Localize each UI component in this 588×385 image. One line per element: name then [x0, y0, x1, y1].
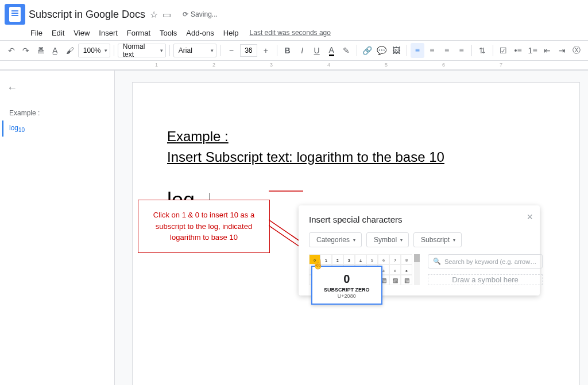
line-spacing-icon[interactable]: ⇅ — [475, 43, 489, 58]
char-cell-5[interactable]: ₅ — [366, 254, 378, 265]
char-cell[interactable]: ▨ — [401, 275, 412, 285]
char-grid-scrollbar[interactable] — [414, 254, 420, 285]
char-tooltip: 0 SUBSCRIPT ZERO U+2080 — [311, 266, 382, 305]
fontsize-inc-icon[interactable]: + — [258, 43, 273, 58]
menu-view[interactable]: View — [69, 26, 94, 40]
char-search-input[interactable]: 🔍 Search by keyword (e.g. arrow) or code… — [428, 254, 543, 269]
menu-tools[interactable]: Tools — [156, 26, 181, 40]
fontsize-dec-icon[interactable]: − — [224, 43, 239, 58]
saving-status: Saving... — [191, 10, 218, 18]
outline-item-log10[interactable]: log10 — [2, 120, 107, 137]
tooltip-char: 0 — [324, 273, 370, 286]
bullet-list-icon[interactable]: •≡ — [511, 43, 525, 58]
draw-hint: Draw a symbol here — [452, 275, 519, 284]
underline-icon[interactable]: U — [310, 43, 324, 58]
ruler-tick: 6 — [442, 62, 445, 68]
menu-format[interactable]: Format — [123, 26, 154, 40]
char-cell-3[interactable]: ₃ — [343, 254, 355, 265]
annotation-text: Click on 1 & 0 to insert 10 as a subscri… — [153, 211, 254, 242]
indent-inc-icon[interactable]: ⇥ — [555, 43, 569, 58]
zoom-select[interactable]: 100% — [78, 44, 110, 57]
text-color-icon[interactable]: A — [324, 43, 338, 58]
doc-title[interactable]: Subscript in Google Docs — [29, 9, 145, 21]
comment-icon[interactable]: 💬 — [375, 43, 389, 58]
print-icon[interactable]: 🖶 — [34, 43, 48, 58]
char-cell-4[interactable]: ₄ — [355, 254, 366, 265]
char-cell-1[interactable]: ₁ — [320, 254, 332, 265]
ruler-tick: 2 — [212, 62, 215, 68]
number-list-icon[interactable]: 1≡ — [526, 43, 540, 58]
char-cell-7[interactable]: ₇ — [389, 254, 401, 265]
menu-edit[interactable]: Edit — [48, 26, 68, 40]
docs-logo[interactable] — [5, 4, 25, 25]
dialog-subscript-select[interactable]: Subscript — [413, 232, 462, 247]
sep — [220, 45, 220, 56]
bold-icon[interactable]: B — [281, 43, 295, 58]
ruler-tick: 4 — [327, 62, 330, 68]
doc-heading-2[interactable]: Insert Subscript text: logarithm to the … — [167, 149, 545, 165]
tooltip-code: U+2080 — [324, 293, 370, 299]
link-icon[interactable]: 🔗 — [360, 43, 374, 58]
clear-format-icon[interactable]: Ⓧ — [570, 43, 584, 58]
italic-icon[interactable]: I — [295, 43, 309, 58]
outline-item-log-sub: 10 — [18, 127, 25, 133]
search-icon: 🔍 — [433, 258, 441, 265]
spellcheck-icon[interactable]: A̲ — [49, 43, 63, 58]
align-left-icon[interactable]: ≡ — [411, 43, 424, 58]
sep — [169, 45, 170, 56]
char-cell-o[interactable]: ₒ — [401, 265, 412, 275]
image-icon[interactable]: 🖼 — [390, 43, 404, 58]
font-size-input[interactable] — [240, 44, 257, 57]
char-cell-8[interactable]: ₈ — [401, 254, 412, 265]
align-center-icon[interactable]: ≡ — [425, 43, 439, 58]
char-grid: ₀ ₁ ₂ ₃ ₄ ₅ ₆ ₇ ₈ ₉ ₊ ₋ ₌ — [309, 254, 412, 285]
align-right-icon[interactable]: ≡ — [440, 43, 454, 58]
dialog-symbol-select[interactable]: Symbol — [366, 232, 409, 247]
char-cell-6[interactable]: ₆ — [378, 254, 389, 265]
doc-heading-1[interactable]: Example : — [167, 129, 545, 145]
sep — [493, 45, 493, 56]
sep — [357, 45, 357, 56]
redo-icon[interactable]: ↷ — [20, 43, 33, 58]
char-cell-2[interactable]: ₂ — [332, 254, 343, 265]
workspace: ← Example : log10 Example : Insert Subsc… — [0, 70, 588, 385]
horizontal-ruler[interactable]: 1 2 3 4 5 6 7 — [0, 61, 588, 70]
align-justify-icon[interactable]: ≡ — [455, 43, 469, 58]
indent-dec-icon[interactable]: ⇤ — [540, 43, 554, 58]
menu-addons[interactable]: Add-ons — [182, 26, 218, 40]
highlight-icon[interactable]: ✎ — [339, 43, 353, 58]
checklist-icon[interactable]: ☑ — [497, 43, 510, 58]
toolbar: ↶ ↷ 🖶 A̲ 🖌 100% Normal text Arial − + B … — [0, 40, 588, 61]
menu-file[interactable]: File — [26, 26, 47, 40]
font-select[interactable]: Arial — [173, 44, 216, 57]
menu-insert[interactable]: Insert — [95, 26, 122, 40]
star-icon[interactable]: ☆ — [150, 9, 158, 20]
outline-item-example[interactable]: Example : — [7, 106, 107, 120]
move-icon[interactable]: ▭ — [163, 9, 171, 20]
special-chars-dialog: × Insert special characters Categories S… — [299, 205, 540, 295]
paint-format-icon[interactable]: 🖌 — [63, 43, 77, 58]
last-edit-link[interactable]: Last edit was seconds ago — [250, 29, 331, 37]
draw-symbol-pad[interactable]: Draw a symbol here — [428, 274, 543, 285]
ruler-tick: 3 — [270, 62, 273, 68]
menu-help[interactable]: Help — [219, 26, 243, 40]
annotation-callout: Click on 1 & 0 to insert 10 as a subscri… — [138, 200, 270, 253]
font-size-stepper[interactable]: − + — [224, 43, 273, 58]
ruler-tick: 7 — [500, 62, 502, 68]
char-cell-e[interactable]: ₑ — [389, 265, 401, 275]
menu-bar: File Edit View Insert Format Tools Add-o… — [0, 25, 588, 40]
dialog-close-icon[interactable]: × — [527, 211, 533, 223]
outline-item-log-text: log — [9, 124, 18, 132]
dialog-categories-select[interactable]: Categories — [309, 232, 362, 247]
app-header: Subscript in Google Docs ☆ ▭ ⟳ Saving... — [0, 0, 588, 25]
style-select[interactable]: Normal text — [118, 44, 166, 57]
document-area: Example : Insert Subscript text: logarit… — [115, 71, 588, 385]
sep — [277, 45, 277, 56]
sep — [471, 45, 472, 56]
undo-icon[interactable]: ↶ — [5, 43, 18, 58]
char-cell-0[interactable]: ₀ — [309, 254, 320, 265]
outline-back-icon[interactable]: ← — [7, 82, 107, 94]
dialog-title: Insert special characters — [309, 215, 529, 224]
search-placeholder: Search by keyword (e.g. arrow) or codepo… — [444, 258, 537, 265]
char-cell[interactable]: ▨ — [389, 275, 401, 285]
